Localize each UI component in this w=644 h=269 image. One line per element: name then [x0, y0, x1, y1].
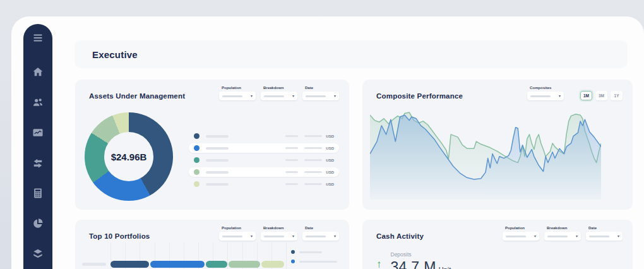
- legend-dot: [194, 181, 200, 187]
- sidebar-item-allocation[interactable]: [31, 218, 45, 231]
- clients-icon: [32, 96, 44, 111]
- legend-name-placeholder: [206, 183, 229, 186]
- aum-total-value: $24.96B: [111, 152, 147, 162]
- hamburger-menu-icon[interactable]: [31, 32, 45, 44]
- composite-filter-bar: Composites▾: [527, 86, 575, 100]
- sidebar-item-transfers[interactable]: [31, 158, 45, 170]
- select-placeholder: [530, 95, 551, 97]
- filter-select-breakdown[interactable]: ▾: [261, 232, 297, 241]
- legend-dot: [291, 260, 295, 263]
- select-placeholder: [306, 95, 326, 97]
- filter-select-breakdown[interactable]: ▾: [261, 92, 297, 100]
- portfolios-legend-row[interactable]: [291, 250, 349, 254]
- portfolio-bar-row[interactable]: [82, 261, 286, 268]
- filter-select-population[interactable]: ▾: [503, 232, 539, 241]
- bar-segment: [261, 261, 284, 268]
- range-button-1y[interactable]: 1Y: [611, 91, 623, 100]
- filter-label: Breakdown: [547, 226, 581, 230]
- filter-breakdown: Breakdown▾: [544, 226, 581, 241]
- filter-select-population[interactable]: ▾: [219, 92, 256, 100]
- transfers-icon: [32, 157, 44, 172]
- filter-label: Population: [505, 226, 539, 230]
- card-cash-activity: Cash Activity Population▾Breakdown▾Date▾…: [362, 220, 633, 269]
- composite-area-chart[interactable]: [370, 108, 601, 201]
- arrow-up-icon: ↑: [376, 259, 382, 269]
- aum-legend-row[interactable]: USD: [189, 131, 339, 141]
- legend-name-placeholder: [206, 171, 229, 174]
- main-container: Executive Assets Under Management Popula…: [11, 16, 644, 269]
- bar-segment: [150, 261, 205, 268]
- chevron-down-icon: ▾: [251, 234, 253, 238]
- legend-value-placeholder: [285, 183, 298, 185]
- portfolio-name-placeholder: [82, 263, 106, 266]
- legend-amount-placeholder: [304, 171, 322, 173]
- bar-track: [110, 261, 286, 268]
- legend-value-placeholder: [285, 159, 298, 161]
- select-placeholder: [589, 236, 609, 237]
- filter-select-breakdown[interactable]: ▾: [544, 232, 581, 241]
- chevron-down-icon: ▾: [559, 94, 561, 98]
- bar-segment: [110, 261, 149, 268]
- legend-value-placeholder: [285, 135, 298, 137]
- filter-date: Date▾: [302, 226, 339, 241]
- aum-donut-chart[interactable]: $24.96B: [85, 112, 173, 201]
- chevron-down-icon: ▾: [334, 234, 336, 238]
- filter-breakdown: Breakdown▾: [261, 86, 297, 100]
- select-placeholder: [506, 236, 526, 237]
- aum-legend-list: USDUSDUSDUSDUSD: [189, 131, 339, 189]
- aum-legend-row[interactable]: USD: [189, 155, 339, 165]
- legend-currency: USD: [326, 146, 334, 150]
- portfolios-legend-row[interactable]: [291, 260, 349, 263]
- range-button-3m[interactable]: 3M: [595, 91, 607, 100]
- chevron-down-icon: ▾: [334, 94, 336, 98]
- filter-select-date[interactable]: ▾: [302, 232, 339, 241]
- filter-select-date[interactable]: ▾: [302, 92, 339, 100]
- filter-select-population[interactable]: ▾: [219, 232, 256, 241]
- legend-dot: [194, 169, 200, 175]
- filter-label: Date: [305, 86, 339, 90]
- calculator-icon: [32, 187, 44, 202]
- sidebar-item-calculator[interactable]: [31, 188, 45, 201]
- filter-label: Composites: [530, 86, 564, 90]
- range-button-1m[interactable]: 1M: [580, 91, 592, 100]
- legend-value-placeholder: [285, 171, 298, 173]
- legend-amount-placeholder: [304, 135, 322, 137]
- sidebar-item-home[interactable]: [31, 67, 45, 80]
- chevron-down-icon: ▾: [617, 234, 619, 238]
- select-placeholder: [222, 95, 242, 97]
- filter-date: Date▾: [302, 86, 339, 100]
- sidebar-nav: [23, 24, 52, 269]
- portfolios-legend: [291, 250, 349, 269]
- chevron-down-icon: ▾: [292, 234, 294, 238]
- select-placeholder: [547, 236, 568, 237]
- legend-name-placeholder: [206, 159, 229, 162]
- performance-icon: [32, 126, 44, 141]
- card-top-10-portfolios: Top 10 Portfolios Population▾Breakdown▾D…: [75, 220, 349, 269]
- aum-card-title: Assets Under Management: [89, 92, 185, 100]
- sidebar-item-holdings[interactable]: [31, 249, 45, 261]
- sidebar-item-clients[interactable]: [31, 97, 45, 110]
- legend-currency: USD: [326, 170, 334, 174]
- card-assets-under-management: Assets Under Management Population▾Break…: [75, 80, 349, 210]
- aum-legend-row[interactable]: USD: [189, 167, 339, 177]
- legend-label-placeholder: [299, 261, 337, 263]
- legend-amount-placeholder: [304, 147, 322, 149]
- filter-label: Breakdown: [263, 226, 297, 230]
- deposits-label: Deposits: [391, 251, 451, 258]
- cash-filter-bar: Population▾Breakdown▾Date▾: [503, 226, 623, 241]
- filter-population: Population▾: [219, 86, 256, 100]
- legend-name-placeholder: [206, 135, 229, 138]
- holdings-icon: [32, 248, 44, 263]
- sidebar-item-performance[interactable]: [31, 128, 45, 140]
- legend-dot: [194, 133, 200, 139]
- filter-population: Population▾: [219, 226, 256, 241]
- deposits-unit: Unit: [439, 266, 451, 269]
- aum-legend-row[interactable]: USD: [189, 143, 339, 153]
- filter-select-composites[interactable]: ▾: [527, 92, 564, 100]
- aum-legend-row[interactable]: USD: [189, 179, 339, 189]
- range-button-group: 1M3M1Y: [580, 91, 623, 100]
- legend-currency: USD: [326, 158, 334, 162]
- chevron-down-icon: ▾: [576, 234, 578, 238]
- portfolios-card-title: Top 10 Portfolios: [89, 232, 150, 240]
- filter-select-date[interactable]: ▾: [586, 232, 623, 241]
